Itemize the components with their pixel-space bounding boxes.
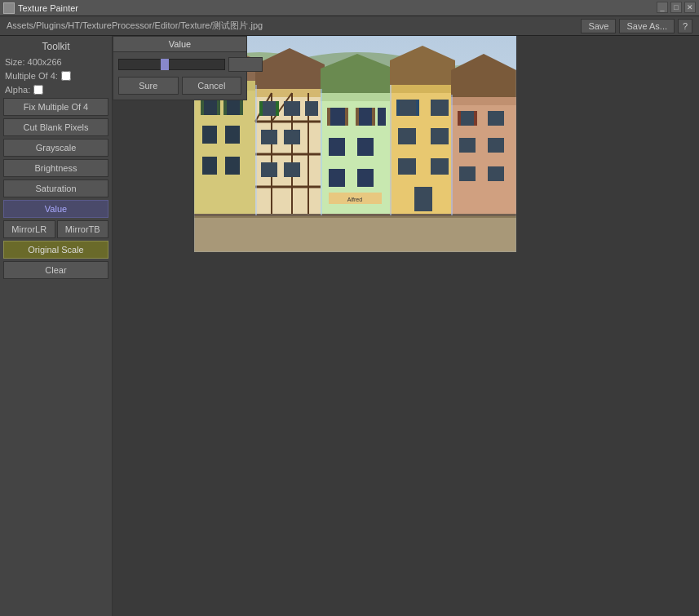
brightness-button[interactable]: Brightness [3,159,108,177]
svg-rect-5 [194,215,516,252]
svg-rect-45 [345,108,348,126]
alpha-row: Alpha: [3,84,108,95]
svg-rect-37 [284,162,300,177]
svg-text:Alfred: Alfred [347,197,362,202]
alpha-label: Alpha: [5,85,30,95]
close-button[interactable]: ✕ [684,2,696,13]
svg-rect-52 [329,169,345,187]
grayscale-button[interactable]: Grayscale [3,139,108,157]
svg-rect-71 [459,111,476,126]
slider-row: 0.64 [118,57,241,72]
svg-rect-51 [357,138,374,156]
svg-rect-49 [378,108,386,126]
value-dialog-title: Value [113,37,246,52]
svg-rect-59 [398,100,416,116]
save-as-button[interactable]: Save As... [619,19,675,33]
svg-rect-84 [451,95,453,215]
svg-rect-31 [261,101,277,116]
fix-multiple-of-4-button[interactable]: Fix Multiple Of 4 [3,98,108,116]
size-info: Size: 400x266 [3,56,108,68]
svg-rect-13 [225,126,240,144]
svg-rect-69 [451,97,516,105]
svg-rect-67 [416,100,419,116]
svg-rect-63 [398,158,416,175]
main-layout: Toolkit Size: 400x266 Multiple Of 4: Alp… [0,36,699,616]
svg-rect-50 [329,138,345,156]
svg-rect-47 [356,108,359,126]
svg-rect-77 [458,111,461,126]
svg-rect-38 [259,101,263,116]
value-dialog-body: 0.64 Sure Cancel [113,52,246,100]
svg-rect-34 [261,130,277,144]
svg-rect-15 [225,157,240,175]
dialog-buttons: Sure Cancel [118,77,241,95]
svg-rect-60 [431,100,449,116]
value-button[interactable]: Value [3,200,108,218]
original-scale-button[interactable]: Original Scale [3,241,108,259]
toolkit-title: Toolkit [3,39,108,54]
svg-rect-75 [459,166,476,181]
svg-rect-78 [474,111,477,126]
file-path: Assets/Plugins/HT/TextureProcessor/Edito… [7,20,263,32]
svg-rect-64 [431,158,449,175]
title-bar-controls: _ □ ✕ [657,2,696,13]
svg-rect-83 [390,85,392,215]
svg-rect-44 [327,108,330,126]
multiple-of-4-row: Multiple Of 4: [3,70,108,82]
svg-rect-65 [414,187,432,211]
value-input[interactable]: 0.64 [228,57,263,72]
value-dialog: Value 0.64 Sure Cancel [113,36,247,100]
path-bar: Assets/Plugins/HT/TextureProcessor/Edito… [0,16,699,36]
svg-rect-57 [390,85,455,93]
svg-rect-79 [194,214,516,216]
svg-rect-32 [284,101,300,116]
svg-rect-14 [202,157,217,175]
svg-rect-36 [261,162,277,177]
save-button[interactable]: Save [581,19,616,33]
svg-rect-46 [357,108,374,126]
path-bar-actions: Save Save As... ? [581,19,692,33]
svg-rect-76 [488,166,504,181]
svg-rect-66 [396,100,400,116]
help-button[interactable]: ? [678,19,692,33]
app-icon [3,2,15,14]
svg-rect-74 [488,138,504,153]
content-area: Value 0.64 Sure Cancel [113,36,699,616]
svg-rect-73 [459,138,476,153]
svg-rect-41 [321,93,394,101]
clear-button[interactable]: Clear [3,261,108,279]
multiple-of-4-checkbox[interactable] [61,71,71,81]
mirror-tb-button[interactable]: MirrorTB [57,220,109,238]
svg-rect-39 [276,101,279,116]
svg-rect-62 [431,128,449,144]
svg-rect-12 [202,126,217,144]
svg-rect-61 [398,128,416,144]
maximize-button[interactable]: □ [670,2,682,13]
title-bar: Texture Painter _ □ ✕ [0,0,699,16]
title-bar-title: Texture Painter [18,3,78,13]
svg-rect-72 [488,111,504,126]
left-panel: Toolkit Size: 400x266 Multiple Of 4: Alp… [0,36,113,616]
svg-rect-35 [284,130,300,144]
saturation-button[interactable]: Saturation [3,179,108,197]
cancel-button[interactable]: Cancel [182,77,242,95]
value-slider[interactable] [118,59,225,70]
cut-blank-pixels-button[interactable]: Cut Blank Pixels [3,118,108,136]
svg-rect-82 [321,89,322,215]
mirror-row: MirrorLR MirrorTB [3,220,108,238]
alpha-checkbox[interactable] [33,85,43,95]
svg-rect-81 [255,85,257,215]
svg-rect-53 [357,169,374,187]
svg-rect-43 [329,108,345,126]
svg-rect-33 [305,101,318,116]
mirror-lr-button[interactable]: MirrorLR [3,220,55,238]
minimize-button[interactable]: _ [657,2,668,13]
multiple-of-4-label: Multiple Of 4: [5,71,58,81]
sure-button[interactable]: Sure [118,77,179,95]
svg-rect-48 [372,108,375,126]
